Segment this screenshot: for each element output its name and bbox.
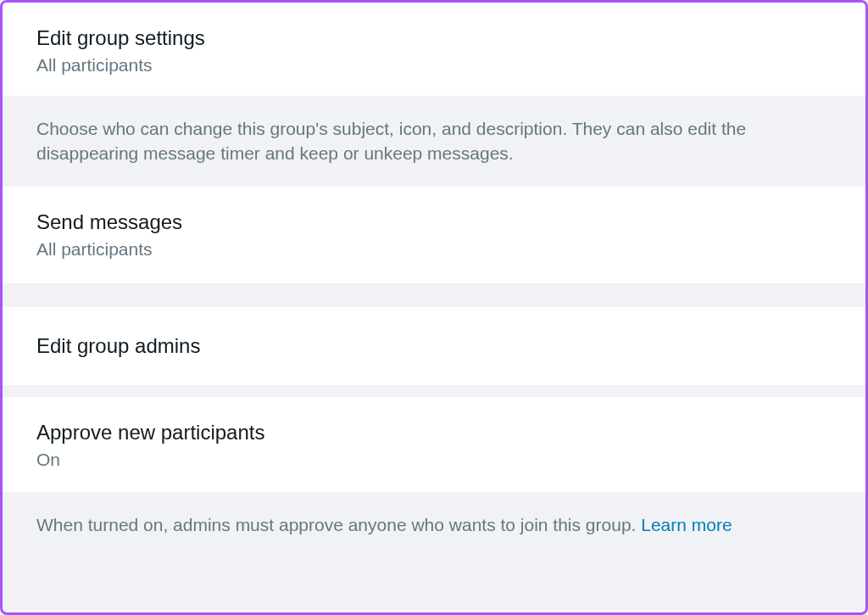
edit-group-settings-title: Edit group settings [36,26,832,50]
edit-group-settings-description: Choose who can change this group's subje… [3,96,865,187]
edit-group-settings-subtitle: All participants [36,55,832,75]
approve-participants-title: Approve new participants [36,421,832,444]
send-messages-subtitle: All participants [36,239,832,260]
approve-participants-subtitle: On [36,450,832,470]
learn-more-link[interactable]: Learn more [641,515,732,534]
edit-group-admins-row[interactable]: Edit group admins [3,307,865,385]
approve-participants-row[interactable]: Approve new participants On [3,397,865,492]
edit-group-settings-row[interactable]: Edit group settings All participants [3,3,865,96]
edit-group-admins-title: Edit group admins [36,334,832,358]
approve-participants-description-text: When turned on, admins must approve anyo… [36,515,641,534]
send-messages-title: Send messages [36,210,832,234]
spacer [3,385,865,397]
spacer [3,283,865,307]
approve-participants-description: When turned on, admins must approve anyo… [3,492,865,557]
send-messages-row[interactable]: Send messages All participants [3,187,865,283]
